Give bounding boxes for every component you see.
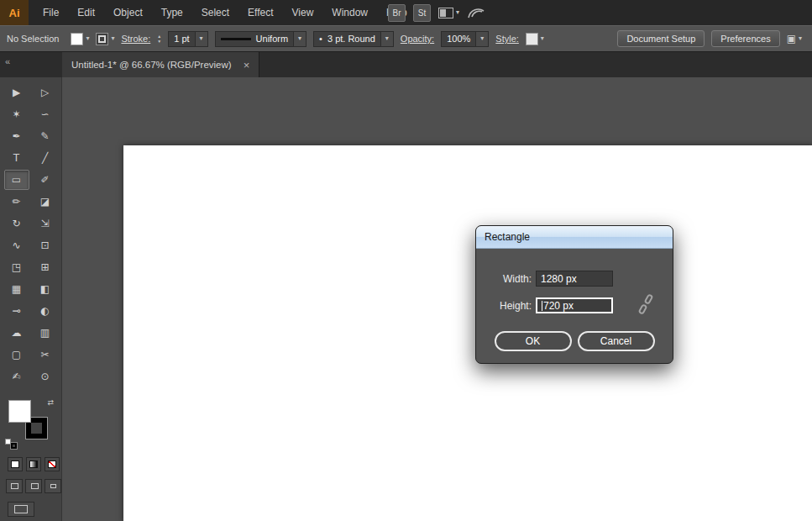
swap-fill-stroke-icon[interactable]: ⇄ [47,398,54,407]
chevron-down-icon: ▾ [385,35,389,42]
free-transform-tool[interactable]: ⊡ [33,235,58,255]
draw-normal-button[interactable] [6,479,23,493]
stepper-down-icon[interactable]: ▼ [157,39,161,44]
cancel-button[interactable]: Cancel [578,331,655,351]
cs-live-icon[interactable] [467,6,485,19]
opacity-panel-link[interactable]: Opacity: [401,34,434,44]
shape-builder-tool[interactable]: ◳ [4,257,29,277]
tool-icon: ⊙ [40,371,49,382]
fill-color-well[interactable] [8,400,31,423]
tool-icon: ▥ [40,327,50,339]
tool-icon: ▭ [12,174,21,186]
rectangle-tool[interactable]: ▭ [4,170,29,190]
brush-definition-dropdown[interactable]: • 3 pt. Round ▾ [313,31,394,47]
variable-width-profile-dropdown[interactable]: Uniform ▾ [215,31,307,47]
eyedropper-tool[interactable]: ⊸ [4,301,29,321]
eraser-tool[interactable]: ◪ [33,192,58,212]
tool-icon: ✶ [12,108,20,120]
type-tool[interactable]: T [4,148,29,168]
stroke-weight-stepper[interactable]: ▲ ▼ [157,34,161,44]
fill-color-dropdown[interactable]: ▾ [71,31,89,47]
close-icon[interactable]: × [244,59,250,71]
pencil-tool[interactable]: ✏ [4,192,29,212]
perspective-grid-tool[interactable]: ⊞ [33,257,58,277]
screen-mode-button[interactable] [8,502,34,517]
brush-value: 3 pt. Round [322,34,380,44]
stroke-weight-value: 1 pt [169,34,194,44]
zoom-tool[interactable]: ⊙ [33,366,58,387]
fill-stroke-widget: ⇄ [8,400,50,439]
menu-effect[interactable]: Effect [238,0,282,25]
link-dimensions-icon[interactable] [639,294,654,318]
line-segment-tool[interactable]: ╱ [33,148,58,168]
stroke-color-dropdown[interactable]: ▾ [96,31,114,47]
menu-object[interactable]: Object [104,0,152,25]
tool-grid: ▶ ▷ ✶ ∽ ✒ ✎ [0,77,61,387]
lasso-tool[interactable]: ∽ [33,104,58,124]
default-fill-stroke-icon[interactable] [5,439,17,449]
column-graph-tool[interactable]: ▥ [33,323,58,343]
height-field[interactable]: 720 px [536,297,613,313]
dropdown-button[interactable]: ▾ [195,32,207,46]
gradient-button[interactable] [26,457,41,471]
preferences-button[interactable]: Preferences [711,30,779,47]
artboard-tool[interactable]: ▢ [4,345,29,365]
rotate-tool[interactable]: ↻ [4,213,29,234]
menu-type[interactable]: Type [152,0,192,25]
color-button[interactable] [8,457,23,471]
pen-tool[interactable]: ✒ [4,126,29,146]
direct-selection-tool[interactable]: ▷ [33,82,58,103]
chevron-down-icon: ▾ [480,35,484,42]
tool-icon: ⇲ [40,218,49,229]
rectangle-dialog: Rectangle Width: 1280 px Height: 720 px … [475,225,673,364]
ok-button[interactable]: OK [495,331,572,351]
tools-panel: ▶ ▷ ✶ ∽ ✒ ✎ [0,77,62,521]
dropdown-button[interactable]: ▾ [293,32,306,46]
bridge-button[interactable]: Br [388,4,406,22]
width-tool[interactable]: ∿ [4,235,29,255]
stepper-up-icon[interactable]: ▲ [157,34,161,39]
dropdown-button[interactable]: ▾ [380,32,393,46]
scale-tool[interactable]: ⇲ [33,213,58,234]
tool-icon: ◐ [40,305,49,317]
none-button[interactable] [45,457,60,471]
menu-window[interactable]: Window [322,0,377,25]
document-tab[interactable]: Untitled-1* @ 66.67% (RGB/Preview) × [62,52,259,77]
gradient-tool[interactable]: ◧ [33,279,58,299]
selection-tool[interactable]: ▶ [4,82,29,103]
chevron-down-icon: ▾ [298,35,301,42]
width-field[interactable]: 1280 px [536,271,613,287]
chevron-down-icon: ▾ [799,35,802,42]
style-dropdown[interactable]: ▾ [526,31,544,47]
stroke-weight-dropdown[interactable]: 1 pt ▾ [168,31,207,47]
dialog-titlebar[interactable]: Rectangle [476,226,673,249]
stock-button[interactable]: St [413,4,431,22]
illustrator-window: Ai File Edit Object Type Select Effect V… [0,0,812,521]
menu-file[interactable]: File [34,0,68,25]
dropdown-button[interactable]: ▾ [475,32,488,46]
menu-select[interactable]: Select [192,0,238,25]
stroke-panel-link[interactable]: Stroke: [121,34,150,44]
collapse-panel-icon[interactable]: « [5,56,10,66]
slice-tool[interactable]: ✂ [33,345,58,365]
tool-icon: ✍ [12,371,20,382]
symbol-sprayer-tool[interactable]: ☁ [4,323,29,343]
opacity-dropdown[interactable]: 100% ▾ [441,31,489,47]
width-row: Width: 1280 px [485,271,673,287]
workspace-switcher[interactable]: ▣ ▾ [787,33,802,45]
curvature-tool[interactable]: ✎ [33,126,58,146]
mesh-tool[interactable]: ▦ [4,279,29,299]
artboard[interactable] [123,145,812,521]
draw-inside-button[interactable] [45,479,61,493]
hand-tool[interactable]: ✍ [4,366,29,387]
paintbrush-tool[interactable]: ✐ [33,170,58,190]
magic-wand-tool[interactable]: ✶ [4,104,29,124]
document-setup-button[interactable]: Document Setup [617,30,705,47]
menu-view[interactable]: View [283,0,323,25]
draw-behind-button[interactable] [25,479,42,493]
style-panel-link[interactable]: Style: [495,34,519,44]
menu-edit[interactable]: Edit [68,0,104,25]
blend-tool[interactable]: ◐ [33,301,58,321]
arrange-documents-button[interactable]: ▾ [438,8,459,18]
tool-icon: ✒ [12,130,20,142]
